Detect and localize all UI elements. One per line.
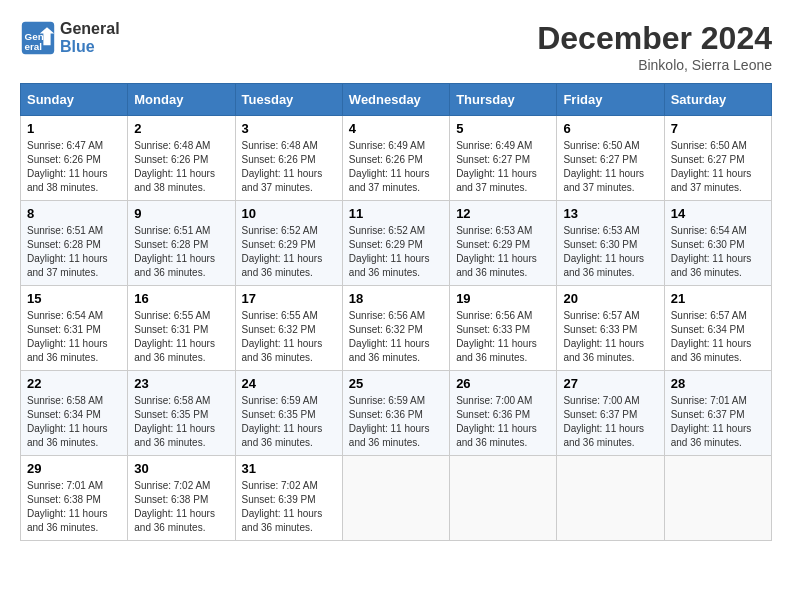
day-cell-25: 25 Sunrise: 6:59 AMSunset: 6:36 PMDaylig…: [342, 371, 449, 456]
calendar-table: Sunday Monday Tuesday Wednesday Thursday…: [20, 83, 772, 541]
day-info: Sunrise: 6:53 AMSunset: 6:30 PMDaylight:…: [563, 224, 657, 280]
day-info: Sunrise: 6:53 AMSunset: 6:29 PMDaylight:…: [456, 224, 550, 280]
col-monday: Monday: [128, 84, 235, 116]
logo: Gen- eral General Blue: [20, 20, 120, 56]
day-cell-19: 19 Sunrise: 6:56 AMSunset: 6:33 PMDaylig…: [450, 286, 557, 371]
day-info: Sunrise: 6:54 AMSunset: 6:31 PMDaylight:…: [27, 309, 121, 365]
day-cell-30: 30 Sunrise: 7:02 AMSunset: 6:38 PMDaylig…: [128, 456, 235, 541]
day-info: Sunrise: 7:00 AMSunset: 6:36 PMDaylight:…: [456, 394, 550, 450]
day-info: Sunrise: 6:51 AMSunset: 6:28 PMDaylight:…: [134, 224, 228, 280]
day-cell-21: 21 Sunrise: 6:57 AMSunset: 6:34 PMDaylig…: [664, 286, 771, 371]
col-saturday: Saturday: [664, 84, 771, 116]
day-info: Sunrise: 6:52 AMSunset: 6:29 PMDaylight:…: [349, 224, 443, 280]
day-number: 10: [242, 206, 336, 221]
svg-text:eral: eral: [25, 41, 43, 52]
day-info: Sunrise: 6:56 AMSunset: 6:33 PMDaylight:…: [456, 309, 550, 365]
day-number: 18: [349, 291, 443, 306]
day-number: 7: [671, 121, 765, 136]
day-info: Sunrise: 6:57 AMSunset: 6:33 PMDaylight:…: [563, 309, 657, 365]
day-number: 6: [563, 121, 657, 136]
day-info: Sunrise: 6:56 AMSunset: 6:32 PMDaylight:…: [349, 309, 443, 365]
day-cell-29: 29 Sunrise: 7:01 AMSunset: 6:38 PMDaylig…: [21, 456, 128, 541]
day-number: 23: [134, 376, 228, 391]
day-number: 25: [349, 376, 443, 391]
day-number: 30: [134, 461, 228, 476]
empty-cell: [664, 456, 771, 541]
day-cell-9: 9 Sunrise: 6:51 AMSunset: 6:28 PMDayligh…: [128, 201, 235, 286]
day-cell-15: 15 Sunrise: 6:54 AMSunset: 6:31 PMDaylig…: [21, 286, 128, 371]
day-info: Sunrise: 6:54 AMSunset: 6:30 PMDaylight:…: [671, 224, 765, 280]
day-info: Sunrise: 6:48 AMSunset: 6:26 PMDaylight:…: [134, 139, 228, 195]
calendar-header-row: Sunday Monday Tuesday Wednesday Thursday…: [21, 84, 772, 116]
day-info: Sunrise: 6:51 AMSunset: 6:28 PMDaylight:…: [27, 224, 121, 280]
col-thursday: Thursday: [450, 84, 557, 116]
day-info: Sunrise: 6:58 AMSunset: 6:35 PMDaylight:…: [134, 394, 228, 450]
calendar-week-2: 8 Sunrise: 6:51 AMSunset: 6:28 PMDayligh…: [21, 201, 772, 286]
day-info: Sunrise: 7:02 AMSunset: 6:39 PMDaylight:…: [242, 479, 336, 535]
day-cell-7: 7 Sunrise: 6:50 AMSunset: 6:27 PMDayligh…: [664, 116, 771, 201]
day-cell-31: 31 Sunrise: 7:02 AMSunset: 6:39 PMDaylig…: [235, 456, 342, 541]
day-cell-23: 23 Sunrise: 6:58 AMSunset: 6:35 PMDaylig…: [128, 371, 235, 456]
day-cell-14: 14 Sunrise: 6:54 AMSunset: 6:30 PMDaylig…: [664, 201, 771, 286]
calendar-week-4: 22 Sunrise: 6:58 AMSunset: 6:34 PMDaylig…: [21, 371, 772, 456]
day-number: 26: [456, 376, 550, 391]
day-number: 21: [671, 291, 765, 306]
day-number: 11: [349, 206, 443, 221]
day-number: 3: [242, 121, 336, 136]
calendar-week-5: 29 Sunrise: 7:01 AMSunset: 6:38 PMDaylig…: [21, 456, 772, 541]
day-number: 1: [27, 121, 121, 136]
col-friday: Friday: [557, 84, 664, 116]
day-cell-18: 18 Sunrise: 6:56 AMSunset: 6:32 PMDaylig…: [342, 286, 449, 371]
day-cell-10: 10 Sunrise: 6:52 AMSunset: 6:29 PMDaylig…: [235, 201, 342, 286]
day-info: Sunrise: 7:01 AMSunset: 6:38 PMDaylight:…: [27, 479, 121, 535]
day-number: 16: [134, 291, 228, 306]
col-sunday: Sunday: [21, 84, 128, 116]
day-info: Sunrise: 6:47 AMSunset: 6:26 PMDaylight:…: [27, 139, 121, 195]
day-number: 9: [134, 206, 228, 221]
day-cell-28: 28 Sunrise: 7:01 AMSunset: 6:37 PMDaylig…: [664, 371, 771, 456]
month-title: December 2024: [537, 20, 772, 57]
day-number: 17: [242, 291, 336, 306]
empty-cell: [450, 456, 557, 541]
day-info: Sunrise: 7:02 AMSunset: 6:38 PMDaylight:…: [134, 479, 228, 535]
day-number: 24: [242, 376, 336, 391]
day-number: 14: [671, 206, 765, 221]
day-cell-20: 20 Sunrise: 6:57 AMSunset: 6:33 PMDaylig…: [557, 286, 664, 371]
day-number: 20: [563, 291, 657, 306]
day-info: Sunrise: 6:48 AMSunset: 6:26 PMDaylight:…: [242, 139, 336, 195]
day-info: Sunrise: 7:00 AMSunset: 6:37 PMDaylight:…: [563, 394, 657, 450]
empty-cell: [557, 456, 664, 541]
day-info: Sunrise: 6:50 AMSunset: 6:27 PMDaylight:…: [563, 139, 657, 195]
day-info: Sunrise: 6:59 AMSunset: 6:35 PMDaylight:…: [242, 394, 336, 450]
day-cell-1: 1 Sunrise: 6:47 AMSunset: 6:26 PMDayligh…: [21, 116, 128, 201]
day-number: 28: [671, 376, 765, 391]
day-info: Sunrise: 6:58 AMSunset: 6:34 PMDaylight:…: [27, 394, 121, 450]
page-header: Gen- eral General Blue December 2024 Bin…: [20, 20, 772, 73]
day-info: Sunrise: 6:50 AMSunset: 6:27 PMDaylight:…: [671, 139, 765, 195]
logo-icon: Gen- eral: [20, 20, 56, 56]
day-number: 8: [27, 206, 121, 221]
day-info: Sunrise: 6:59 AMSunset: 6:36 PMDaylight:…: [349, 394, 443, 450]
day-cell-24: 24 Sunrise: 6:59 AMSunset: 6:35 PMDaylig…: [235, 371, 342, 456]
day-cell-22: 22 Sunrise: 6:58 AMSunset: 6:34 PMDaylig…: [21, 371, 128, 456]
day-info: Sunrise: 6:57 AMSunset: 6:34 PMDaylight:…: [671, 309, 765, 365]
day-number: 5: [456, 121, 550, 136]
day-info: Sunrise: 6:52 AMSunset: 6:29 PMDaylight:…: [242, 224, 336, 280]
title-block: December 2024 Binkolo, Sierra Leone: [537, 20, 772, 73]
day-number: 4: [349, 121, 443, 136]
day-cell-6: 6 Sunrise: 6:50 AMSunset: 6:27 PMDayligh…: [557, 116, 664, 201]
day-cell-17: 17 Sunrise: 6:55 AMSunset: 6:32 PMDaylig…: [235, 286, 342, 371]
calendar-week-3: 15 Sunrise: 6:54 AMSunset: 6:31 PMDaylig…: [21, 286, 772, 371]
empty-cell: [342, 456, 449, 541]
day-cell-4: 4 Sunrise: 6:49 AMSunset: 6:26 PMDayligh…: [342, 116, 449, 201]
day-number: 2: [134, 121, 228, 136]
day-info: Sunrise: 6:49 AMSunset: 6:27 PMDaylight:…: [456, 139, 550, 195]
location: Binkolo, Sierra Leone: [537, 57, 772, 73]
day-info: Sunrise: 6:55 AMSunset: 6:31 PMDaylight:…: [134, 309, 228, 365]
calendar-week-1: 1 Sunrise: 6:47 AMSunset: 6:26 PMDayligh…: [21, 116, 772, 201]
day-number: 13: [563, 206, 657, 221]
day-number: 12: [456, 206, 550, 221]
day-cell-13: 13 Sunrise: 6:53 AMSunset: 6:30 PMDaylig…: [557, 201, 664, 286]
day-number: 19: [456, 291, 550, 306]
day-number: 29: [27, 461, 121, 476]
